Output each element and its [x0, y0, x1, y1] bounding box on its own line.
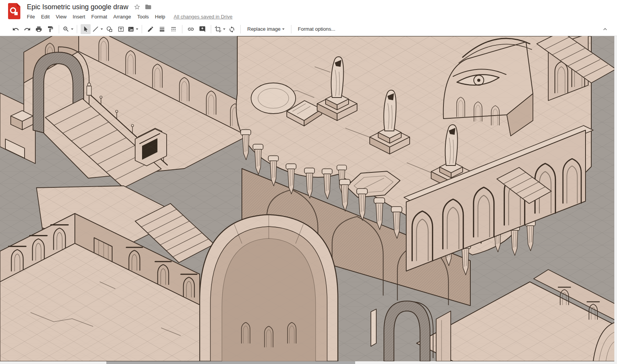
menu-arrange[interactable]: Arrange [110, 13, 134, 21]
line-weight-icon [159, 26, 165, 33]
scrollbar-corner [614, 361, 617, 364]
select-tool-button[interactable] [81, 24, 91, 34]
line-icon [92, 26, 99, 33]
toolbar-separator [211, 25, 211, 33]
line-tool-button[interactable] [92, 24, 103, 34]
title-row: Epic Isometric using google draw [27, 2, 233, 12]
dropdown-caret [282, 28, 285, 30]
zoom-in-icon [63, 26, 69, 33]
line-dash-icon [170, 26, 177, 33]
toolbar-separator [142, 25, 142, 33]
app-header: Epic Isometric using google draw File Ed… [0, 0, 617, 22]
select-arrow-icon [82, 26, 89, 33]
horizontal-scrollbar-track[interactable] [0, 361, 614, 364]
zoom-button[interactable] [63, 24, 73, 34]
dungeon-map-image[interactable] [0, 36, 617, 361]
menu-file[interactable]: File [24, 13, 38, 21]
document-title[interactable]: Epic Isometric using google draw [27, 3, 128, 11]
line-color-button[interactable] [146, 24, 155, 34]
comment-icon [199, 26, 206, 33]
reset-image-button[interactable] [227, 24, 237, 34]
menu-view[interactable]: View [53, 13, 69, 21]
crop-icon [215, 26, 222, 33]
undo-button[interactable] [11, 24, 21, 34]
folder-icon[interactable] [145, 3, 152, 10]
pencil-icon [147, 26, 154, 33]
toolbar-collapse-button[interactable] [600, 24, 610, 34]
toolbar-separator [291, 25, 291, 33]
replace-image-button[interactable]: Replace image [244, 24, 288, 34]
menu-insert[interactable]: Insert [69, 13, 88, 21]
star-icon[interactable] [134, 3, 141, 10]
toolbar-separator [240, 25, 241, 33]
toolbar-separator [59, 25, 59, 33]
reset-image-icon [228, 26, 235, 33]
sketch-texture-overlay [0, 36, 617, 361]
replace-image-label: Replace image [247, 26, 281, 32]
paint-roller-icon [47, 26, 54, 33]
undo-icon [12, 26, 19, 33]
redo-button[interactable] [22, 24, 32, 34]
link-icon [187, 26, 194, 33]
redo-icon [24, 26, 31, 33]
print-icon [35, 26, 42, 33]
toolbar-separator [77, 25, 77, 33]
toolbar: Replace image Format options... [0, 22, 617, 36]
print-button[interactable] [34, 24, 44, 34]
line-weight-button[interactable] [157, 24, 167, 34]
dropdown-caret [136, 28, 138, 30]
shape-icon [106, 26, 113, 33]
horizontal-scrollbar-thumb[interactable] [106, 361, 355, 364]
format-options-button[interactable]: Format options... [295, 24, 339, 34]
menu-tools[interactable]: Tools [134, 13, 152, 21]
chevron-up-icon [602, 26, 609, 33]
shape-tool-button[interactable] [104, 24, 114, 34]
menu-help[interactable]: Help [152, 13, 169, 21]
crop-button[interactable] [215, 24, 225, 34]
image-icon [127, 26, 134, 33]
save-status-link[interactable]: All changes saved in Drive [174, 14, 232, 20]
text-box-icon [117, 26, 124, 33]
insert-comment-button[interactable] [197, 24, 207, 34]
toolbar-separator [182, 25, 182, 33]
text-box-button[interactable] [116, 24, 126, 34]
dropdown-caret [223, 28, 225, 30]
dropdown-caret [101, 28, 103, 30]
paint-format-button[interactable] [45, 24, 55, 34]
format-options-label: Format options... [298, 26, 336, 32]
drawing-canvas[interactable] [0, 36, 617, 364]
menu-bar: File Edit View Insert Format Arrange Too… [24, 12, 233, 21]
menu-format[interactable]: Format [88, 13, 110, 21]
vertical-scrollbar-track[interactable] [614, 36, 617, 361]
line-dash-button[interactable] [169, 24, 179, 34]
dropdown-caret [71, 28, 73, 30]
insert-image-button[interactable] [127, 24, 138, 34]
insert-link-button[interactable] [186, 24, 196, 34]
google-drawings-logo-icon[interactable] [8, 3, 20, 19]
menu-edit[interactable]: Edit [38, 13, 53, 21]
